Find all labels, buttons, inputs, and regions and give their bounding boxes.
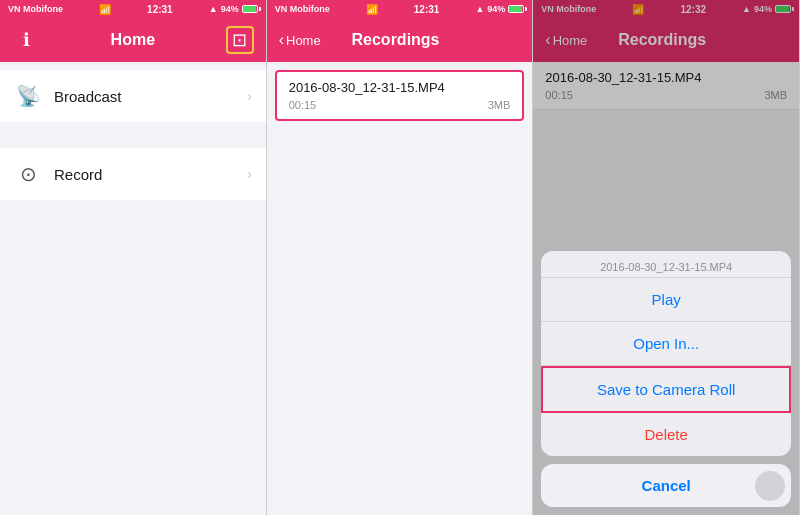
info-icon[interactable]: ℹ [12,26,40,54]
header-1: ℹ Home ⊡ [0,18,266,62]
menu-separator [0,122,266,140]
carrier-1: VN Mobifone [8,4,63,14]
action-save-button[interactable]: Save to Camera Roll [541,366,791,413]
recordings-list-2: 2016-08-30_12-31-15.MP4 00:15 3MB [267,62,533,515]
menu-item-broadcast[interactable]: 📡 Broadcast › [0,70,266,122]
panel-recordings-action: VN Mobifone 📶 12:32 ▲ 94% ‹ Home Recordi… [533,0,800,515]
back-label-2: Home [286,33,321,48]
panel-recordings: VN Mobifone 📶 12:31 ▲ 94% ‹ Home Recordi… [267,0,534,515]
action-sheet-main: 2016-08-30_12-31-15.MP4 Play Open In... … [541,251,791,456]
home-title: Home [40,31,226,49]
battery-icon-1 [242,5,258,13]
status-bar-1: VN Mobifone 📶 12:31 ▲ 94% [0,0,266,18]
broadcast-chevron: › [247,88,252,104]
signal-icon-1: ▲ [209,4,218,14]
header-2: ‹ Home Recordings [267,18,533,62]
action-sheet-filename: 2016-08-30_12-31-15.MP4 [541,251,791,278]
wifi-icon-1: 📶 [99,4,111,15]
action-cancel-button[interactable]: Cancel [541,464,791,507]
record-icon: ⊙ [14,160,42,188]
action-open-in-button[interactable]: Open In... [541,322,791,366]
panel-home: VN Mobifone 📶 12:31 ▲ 94% ℹ Home ⊡ 📡 Bro… [0,0,267,515]
recordings-title-2: Recordings [321,31,471,49]
recording-name-1: 2016-08-30_12-31-15.MP4 [289,80,511,95]
right-icons-2: ▲ 94% [475,4,524,14]
action-delete-button[interactable]: Delete [541,413,791,456]
status-bar-2: VN Mobifone 📶 12:31 ▲ 94% [267,0,533,18]
home-button[interactable] [755,471,785,501]
chevron-left-2: ‹ [279,31,284,49]
action-sheet-overlay: 2016-08-30_12-31-15.MP4 Play Open In... … [533,0,799,515]
broadcast-icon: 📡 [14,82,42,110]
record-label: Record [54,166,235,183]
action-sheet-cancel-group: Cancel [541,464,791,507]
recording-duration-1: 00:15 [289,99,317,111]
recording-item-1[interactable]: 2016-08-30_12-31-15.MP4 00:15 3MB [275,70,525,121]
time-2: 12:31 [414,4,440,15]
wifi-icon-2: 📶 [366,4,378,15]
broadcast-label: Broadcast [54,88,235,105]
signal-icon-2: ▲ [475,4,484,14]
menu-item-record[interactable]: ⊙ Record › [0,148,266,200]
home-menu: 📡 Broadcast › [0,70,266,122]
battery-pct-2: 94% [487,4,505,14]
record-nav-icon[interactable]: ⊡ [226,26,254,54]
right-icons-1: ▲ 94% [209,4,258,14]
time-1: 12:31 [147,4,173,15]
action-play-button[interactable]: Play [541,278,791,322]
recording-meta-1: 00:15 3MB [289,99,511,111]
battery-pct-1: 94% [221,4,239,14]
back-button-2[interactable]: ‹ Home [279,31,321,49]
home-menu-2: ⊙ Record › [0,148,266,200]
record-chevron: › [247,166,252,182]
battery-icon-2 [508,5,524,13]
recording-size-1: 3MB [488,99,511,111]
carrier-2: VN Mobifone [275,4,330,14]
